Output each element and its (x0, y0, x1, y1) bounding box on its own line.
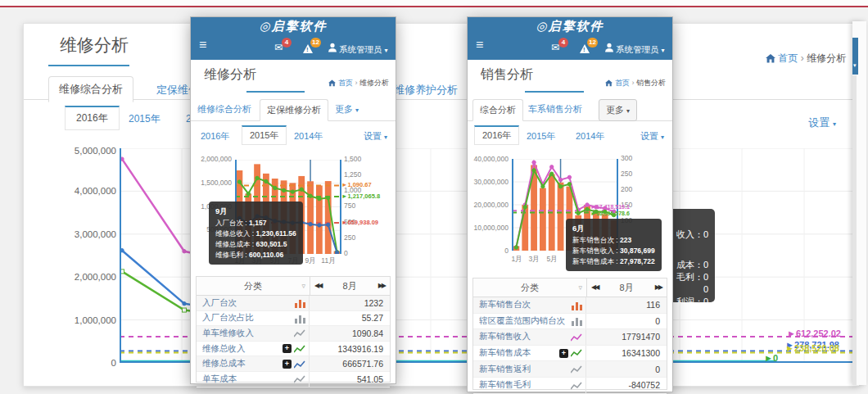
table-row[interactable]: 单车成本 541.05 (197, 372, 390, 387)
table-row[interactable]: 入厂台次占比 55.27 (197, 311, 390, 327)
right-sliver-scrollbar[interactable] (852, 75, 857, 385)
year-tab-2015[interactable]: 2015年 (129, 112, 160, 126)
avg-marker-green: ►1,217,065.8 (341, 192, 380, 200)
table-row[interactable]: 新车销售台次 116 (473, 297, 667, 314)
line-chart-icon[interactable] (571, 364, 582, 374)
bar-chart-icon[interactable] (295, 313, 305, 324)
table-row[interactable]: 维修总成本+ 666571.76 (197, 356, 390, 372)
hamburger-menu-icon[interactable]: ≡ (476, 38, 483, 52)
bar-chart-icon[interactable] (572, 300, 582, 310)
table-row[interactable]: 新车销售毛利 -840752 (473, 378, 667, 394)
sales-analysis-window: ◎启擎软件 ≡ ✉ 4 ! 12 系统管理员 ▾ 销售分析 首页 › 销售分析 … (467, 16, 673, 392)
analysis-tabs: 维修综合分析 定保维修分析 更多 ▾ (191, 97, 396, 121)
tooltip-line: 利润：0 (676, 296, 708, 308)
chevron-down-icon: ▾ (661, 134, 664, 141)
sort-icon[interactable]: ▿ (578, 279, 582, 297)
line-chart-icon[interactable] (294, 374, 305, 384)
expand-plus-icon[interactable]: + (283, 344, 292, 353)
tab-sales-overview[interactable]: 综合分析 (472, 99, 523, 121)
top-margin (0, 0, 868, 6)
top-accent-line (0, 6, 868, 7)
tooltip-line: 收入：0 (676, 229, 708, 241)
settings-dropdown[interactable]: 设置 ▾ (364, 130, 387, 143)
tooltip-line: 维修总成本 : 630,501.5 (215, 239, 296, 250)
tab-series-sales[interactable]: 车系销售分析 (528, 103, 582, 115)
tab-maintenance-care[interactable]: 维修养护分析 (394, 83, 458, 97)
settings-dropdown[interactable]: 设置 ▾ (640, 130, 664, 143)
home-icon (328, 79, 336, 87)
y-axis-tick: 2,000,000 (196, 155, 232, 163)
expand-plus-icon[interactable]: + (559, 349, 568, 358)
line-chart-icon[interactable] (294, 343, 305, 354)
breadcrumb-separator: › (355, 79, 357, 87)
chevron-down-icon: ▾ (853, 62, 857, 69)
user-icon (328, 43, 337, 52)
year-tab-2016[interactable]: 2016年 (474, 125, 519, 145)
line-chart-icon[interactable] (294, 359, 305, 369)
y-axis-tick: 0 (344, 249, 348, 257)
tab-more-dropdown[interactable]: 更多 ▾ (335, 103, 359, 115)
chart-tooltip: 6月 新车销售台次 : 223 新车销售收入 : 30,876,699 新车销售… (566, 219, 662, 271)
settings-dropdown[interactable]: 设置 ▾ (808, 115, 836, 130)
line-chart-icon[interactable] (571, 332, 582, 342)
bar-chart-icon[interactable] (295, 297, 305, 308)
table-row[interactable]: 新车销售收入 17791470 (473, 329, 667, 346)
user-menu[interactable]: 系统管理员 ▾ (616, 44, 664, 56)
page-title: 维修分析 (60, 34, 129, 57)
title-underline (48, 65, 129, 66)
year-tab-2014[interactable]: 2014年 (294, 130, 323, 143)
breadcrumb-current: 维修分析 (807, 52, 846, 64)
tab-maintenance-overview[interactable]: 维修综合分析 (197, 103, 251, 115)
expand-plus-icon[interactable]: + (283, 360, 292, 369)
column-category: 分类 (244, 281, 262, 291)
y-axis-tick: 1,250 (344, 170, 361, 179)
qiqing-software-logo: ◎启擎软件 (468, 19, 672, 34)
breadcrumb-home-link[interactable]: 首页 (778, 52, 798, 64)
table-row[interactable]: 单车维修收入 1090.84 (197, 326, 390, 342)
y-axis-tick: 3,000,000 (52, 229, 116, 239)
table-row[interactable]: 新车销售返利 0 (473, 361, 667, 378)
arrow-marker-icon: ► (590, 211, 596, 216)
breadcrumb-home-link[interactable]: 首页 (338, 79, 353, 87)
breadcrumb-current: 销售分析 (636, 79, 666, 87)
y-axis-tick: 4,000,000 (52, 186, 116, 196)
year-tab-2016[interactable]: 2016年 (65, 106, 120, 130)
table-header: 分类▿ ◀◀ 8月 ▶▶ (473, 279, 667, 297)
line-chart-icon[interactable] (294, 328, 305, 339)
tooltip-line: 新车销售收入 : 30,876,699 (572, 246, 655, 256)
sort-icon[interactable]: ▿ (301, 277, 305, 295)
y-axis-tick: 200 (621, 185, 632, 193)
table-header: 分类▿ ◀◀ 8月 ▶▶ (197, 277, 390, 296)
tooltip-line: 0 (703, 284, 708, 294)
x-axis-tick: 9月 (301, 256, 319, 266)
messages-badge: 4 (558, 38, 568, 48)
maintenance-analysis-page: 维修分析 首页 › 维修分析 维修综合分析 定保维修分析 维修养护分析 设置 ▾… (23, 23, 860, 387)
year-tab-2016[interactable]: 2016年 (201, 130, 229, 143)
dashboard-screenshot: 维修分析 首页 › 维修分析 维修综合分析 定保维修分析 维修养护分析 设置 ▾… (0, 0, 868, 394)
tab-scheduled-maintenance[interactable]: 定保维修分析 (260, 99, 328, 121)
table-row[interactable]: 辖区覆盖范围内销台次 0 (473, 314, 667, 330)
column-category: 分类 (521, 283, 539, 292)
year-tab-2015[interactable]: 2015年 (242, 125, 287, 145)
tab-maintenance-overview[interactable]: 维修综合分析 (48, 76, 133, 102)
chevron-down-icon: ▾ (355, 106, 359, 114)
year-tab-2015[interactable]: 2015年 (527, 130, 555, 143)
line-chart-icon[interactable] (571, 380, 582, 391)
user-menu[interactable]: 系统管理员 ▾ (339, 44, 387, 56)
line-chart-icon[interactable] (571, 348, 582, 359)
tab-more-dropdown[interactable]: 更多 ▾ (599, 99, 637, 121)
year-tab-2014[interactable]: 2014年 (576, 130, 604, 143)
table-row[interactable]: 新车销售成本+ 16341300 (473, 346, 667, 362)
alerts-badge: 12 (587, 38, 598, 48)
hamburger-menu-icon[interactable]: ≡ (199, 38, 206, 52)
tooltip-month: 6月 (572, 223, 655, 235)
arrow-marker-icon: ► (787, 328, 796, 338)
table-row[interactable]: 维修总收入+ 1343916.19 (197, 342, 390, 357)
bar-chart-icon[interactable] (572, 316, 582, 327)
next-month-button[interactable]: ▶▶ (378, 277, 385, 295)
table-row[interactable]: 入厂台次 1232 (197, 296, 390, 311)
qiqing-software-logo: ◎启擎软件 (191, 19, 396, 34)
breadcrumb-home-link[interactable]: 首页 (615, 79, 630, 87)
next-month-button[interactable]: ▶▶ (655, 279, 662, 297)
breadcrumb: 首页 › 销售分析 (605, 78, 666, 88)
